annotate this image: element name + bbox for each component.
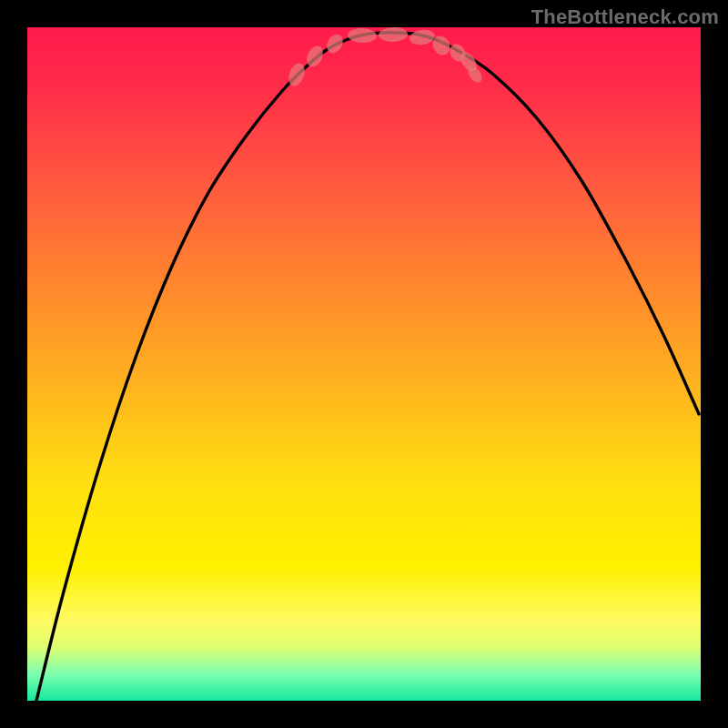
curve-svg (27, 27, 701, 701)
chart-frame: TheBottleneck.com (0, 0, 728, 728)
bottleneck-curve (36, 33, 699, 701)
data-marker (324, 31, 347, 56)
marker-group (286, 27, 485, 88)
watermark-text: TheBottleneck.com (531, 5, 719, 29)
plot-area (27, 27, 701, 701)
data-marker (379, 27, 409, 43)
data-marker (348, 27, 378, 43)
data-marker (409, 28, 436, 46)
